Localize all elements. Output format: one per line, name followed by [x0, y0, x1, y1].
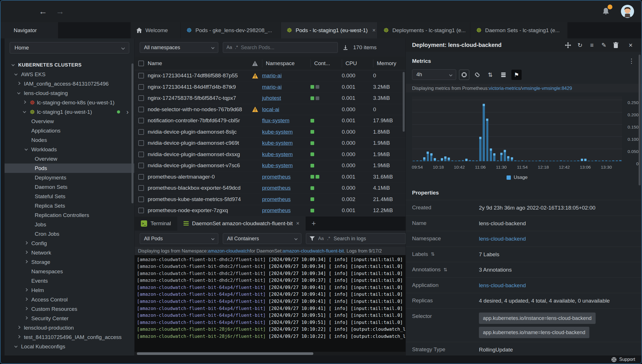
sidebar-item-security-center[interactable]: Security Center — [5, 314, 134, 323]
log-search-input[interactable] — [334, 236, 402, 242]
download-icon[interactable] — [342, 44, 349, 51]
tab-welcome[interactable]: Welcome — [130, 22, 180, 38]
chevron-down-icon[interactable] — [18, 92, 24, 94]
chevron-right-icon[interactable] — [18, 336, 24, 338]
memory-metric-button[interactable] — [472, 70, 482, 80]
pod-row[interactable]: nvidia-device-plugin-daemonset-c969tkube… — [135, 138, 406, 149]
chevron-right-icon[interactable] — [25, 299, 31, 300]
close-tab-icon[interactable]: × — [372, 27, 376, 34]
pod-row[interactable]: nginx-1721304411-74df86f588-87p55mario-a… — [135, 70, 406, 82]
property-link[interactable]: lens-cloud-backend — [479, 236, 526, 242]
sidebar-item-applications[interactable]: Applications — [5, 126, 134, 135]
close-drawer-icon[interactable]: × — [626, 41, 635, 50]
new-dock-tab-button[interactable]: + — [306, 216, 322, 231]
match-case-icon[interactable]: Aa — [318, 236, 324, 241]
row-checkbox[interactable] — [138, 185, 144, 191]
sidebar-item-aws-eks[interactable]: AWS EKS — [5, 70, 134, 79]
sidebar-item-events[interactable]: Events — [5, 276, 134, 286]
column-memory[interactable]: Memory — [373, 59, 406, 67]
table-scrollbar[interactable] — [403, 72, 405, 132]
container-filter-select[interactable]: All Containers — [223, 233, 301, 244]
close-dock-tab-icon[interactable]: × — [296, 220, 300, 227]
chevron-right-icon[interactable] — [25, 261, 31, 263]
pod-namespace-link[interactable]: flux-system — [262, 117, 289, 123]
pod-row[interactable]: prometheus-kube-state-metrics-5fd974prom… — [135, 194, 406, 205]
sidebar-scrollbar[interactable] — [131, 63, 133, 203]
pod-namespace-link[interactable]: juhotest — [262, 95, 281, 101]
row-checkbox[interactable] — [138, 107, 144, 112]
avatar[interactable] — [621, 5, 634, 18]
context-select[interactable]: Home — [10, 42, 129, 53]
expand-icon[interactable]: ⇅ — [431, 251, 435, 257]
sidebar-item-overview[interactable]: Overview — [5, 117, 134, 126]
pod-row[interactable]: nvidia-device-plugin-daemonset-dxsxgkube… — [135, 149, 406, 160]
pod-row[interactable]: nvidia-device-plugin-daemonset-v7sc6kube… — [135, 160, 406, 171]
row-checkbox[interactable] — [138, 197, 144, 202]
sidebar-item-cron-jobs[interactable]: Cron Jobs — [5, 229, 134, 239]
chevron-right-icon[interactable] — [25, 318, 31, 319]
restart-icon[interactable]: ↻ — [575, 41, 585, 50]
filter-funnel-icon[interactable] — [310, 236, 315, 241]
regex-icon[interactable]: .* — [327, 236, 330, 241]
chevron-down-icon[interactable] — [23, 111, 30, 113]
pod-namespace-link[interactable]: mario-ai — [262, 84, 282, 90]
tab-pods-lc-staging1-eu-west-1[interactable]: ☸Pods - lc-staging1 (eu-west-1)× — [281, 22, 377, 38]
chart-legend[interactable]: Usage — [412, 174, 622, 181]
regex-icon[interactable]: .* — [235, 45, 238, 50]
sidebar-item-namespaces[interactable]: Namespaces — [5, 267, 134, 276]
chevron-down-icon[interactable] — [15, 346, 21, 347]
logs-menu-icon[interactable]: ≡ — [587, 41, 596, 50]
selector-chip[interactable]: app.kubernetes.io/instance=lens-cloud-ba… — [479, 313, 596, 324]
chevron-right-icon[interactable] — [25, 289, 31, 291]
pod-namespace-link[interactable]: local-ai — [262, 106, 279, 112]
notifications-button[interactable] — [602, 7, 610, 16]
metrics-source-link[interactable]: victoria-metrics — [489, 86, 520, 91]
sidebar-item-kubernetes-clusters[interactable]: KUBERNETES CLUSTERS — [5, 60, 134, 70]
property-link[interactable]: lens-cloud-backend — [479, 282, 526, 288]
more-options-icon[interactable]: ⋮ — [628, 57, 635, 65]
sidebar-item-deployments[interactable]: Deployments — [5, 173, 134, 182]
back-button[interactable]: ← — [37, 5, 49, 17]
pod-row[interactable]: prometheus-blackbox-exporter-549dcdprome… — [135, 183, 406, 194]
sidebar-item-lens-cloud-staging[interactable]: lens-cloud-staging — [5, 88, 134, 98]
row-checkbox[interactable] — [138, 208, 144, 213]
log-hscrollbar-thumb[interactable] — [137, 352, 313, 355]
row-checkbox[interactable] — [138, 118, 144, 123]
chevron-right-icon[interactable] — [18, 83, 24, 84]
column-namespace[interactable]: Namespace — [262, 59, 310, 67]
pod-namespace-link[interactable]: kube-system — [262, 129, 293, 135]
sidebar-item-jobs[interactable]: Jobs — [5, 220, 134, 229]
edit-icon[interactable]: ✎ — [599, 41, 608, 50]
pod-filter-select[interactable]: All Pods — [140, 233, 218, 244]
sidebar-item-lc-staging-demo-k8s-eu-west-1[interactable]: ☸lc-staging-demo-k8s (eu-west-1) — [5, 98, 134, 107]
sidebar-item-access-control[interactable]: Access Control — [5, 295, 134, 304]
tab-pods-gke-lens-dev-298208[interactable]: ☸Pods - gke_lens-dev-298208_... — [180, 22, 281, 38]
sidebar-item-replication-controllers[interactable]: Replication Controllers — [5, 210, 134, 220]
expand-icon[interactable]: ⇅ — [443, 267, 447, 272]
tab-deployments-lc-staging1-e[interactable]: ☸Deployments - lc-staging1 (e... — [377, 22, 470, 38]
chevron-right-icon[interactable] — [18, 327, 24, 328]
log-output[interactable]: [amazon-cloudwatch-fluent-bit-dhdc2/flue… — [135, 255, 406, 352]
sidebar-item-custom-resources[interactable]: Custom Resources — [5, 304, 134, 314]
chevron-down-icon[interactable] — [25, 149, 31, 150]
chevron-right-icon[interactable] — [23, 102, 30, 103]
pod-row[interactable]: node-selector-with-no-nodes-767b9d68loca… — [135, 104, 406, 115]
pod-namespace-link[interactable]: prometheus — [262, 185, 291, 191]
pod-row[interactable]: prometheus-node-exporter-7zgxqprometheus… — [135, 205, 406, 216]
sidebar-item-nodes[interactable]: Nodes — [5, 135, 134, 145]
select-all-checkbox[interactable] — [138, 61, 144, 66]
column-warnings[interactable] — [248, 61, 262, 66]
row-checkbox[interactable] — [138, 163, 144, 168]
chevron-right-icon[interactable] — [25, 308, 31, 310]
row-checkbox[interactable] — [138, 95, 144, 101]
selector-chip[interactable]: app.kubernetes.io/name=lens-cloud-backen… — [479, 327, 589, 338]
sidebar-item-lenscloud-production[interactable]: lenscloud-production — [5, 323, 134, 332]
column-name[interactable]: Name — [148, 60, 248, 67]
sidebar-item-network[interactable]: Network — [5, 248, 134, 257]
pod-row[interactable]: notification-controller-7bfbfd6479-cbl5r… — [135, 115, 406, 127]
row-checkbox[interactable] — [138, 73, 144, 78]
dock-tab-logs[interactable]: DaemonSet amazon-cloudwatch-fluent-bit× — [177, 216, 306, 231]
sidebar-item-config[interactable]: Config — [5, 239, 134, 248]
chevron-right-icon[interactable] — [25, 243, 31, 244]
forward-button[interactable]: → — [54, 5, 66, 17]
